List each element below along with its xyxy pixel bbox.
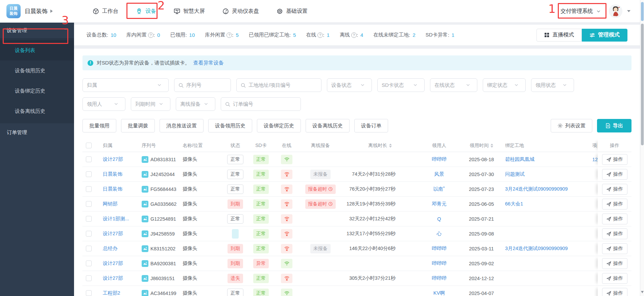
sidebar-item-2[interactable]: 设备领用历史	[0, 60, 74, 81]
filter-select-绑定状态[interactable]: 绑定状态	[483, 78, 526, 92]
search-input-订单编号[interactable]: 订单编号	[221, 97, 301, 111]
owner-link[interactable]: 日晨装饰	[103, 171, 122, 177]
owner-link[interactable]: 设计27部	[103, 230, 123, 237]
action-button-设备领用历史[interactable]: 设备领用历史	[208, 119, 252, 132]
device-photo-icon[interactable]	[142, 230, 148, 237]
row-checkbox[interactable]	[86, 171, 92, 177]
row-checkbox[interactable]	[86, 231, 92, 237]
search-input-工地地址/项目编号[interactable]: 工地地址/项目编号	[236, 78, 321, 92]
sidebar-item-4[interactable]: 设备离线历史	[0, 101, 74, 121]
user-link[interactable]: 哔哔哔	[432, 156, 447, 163]
row-checkbox[interactable]	[86, 275, 92, 281]
owner-link[interactable]: 网销部	[103, 201, 118, 207]
owner-link[interactable]: 设计27部	[103, 275, 123, 281]
device-photo-icon[interactable]	[142, 290, 148, 296]
user-link[interactable]: Q	[437, 216, 441, 222]
row-checkbox[interactable]	[86, 186, 92, 192]
action-button-批量调拨[interactable]: 批量调拨	[121, 119, 155, 132]
row-action-button[interactable]: 操作	[602, 184, 627, 195]
user-link[interactable]: 哔哔哔	[432, 245, 447, 252]
row-action-button[interactable]: 操作	[602, 199, 627, 209]
row-action-button[interactable]: 操作	[602, 288, 627, 296]
row-action-button[interactable]: 操作	[602, 228, 627, 239]
action-button-设备订单[interactable]: 设备订单	[354, 119, 388, 132]
action-button-消息推送设置[interactable]: 消息推送设置	[160, 119, 204, 132]
search-input-序列号[interactable]: 序列号	[174, 78, 231, 92]
select-all-checkbox[interactable]	[86, 143, 92, 148]
device-photo-icon[interactable]	[142, 186, 148, 193]
owner-link[interactable]: 日晨装饰	[103, 186, 122, 192]
owner-link[interactable]: 设计27部	[103, 156, 123, 163]
owner-link[interactable]: 工程部2	[103, 290, 120, 296]
help-icon[interactable]: ?	[148, 32, 153, 38]
device-photo-icon[interactable]	[142, 201, 148, 207]
site-link[interactable]: 3月24迭代测试09090990909	[505, 186, 568, 192]
view-abnormal-devices-link[interactable]: 查看异常设备	[193, 60, 224, 66]
filter-select-领用人[interactable]: 领用人	[82, 97, 125, 111]
row-checkbox[interactable]	[86, 246, 92, 251]
row-action-button[interactable]: 操作	[602, 258, 627, 269]
action-button-设备绑定历史[interactable]: 设备绑定历史	[257, 119, 301, 132]
nav-item-3[interactable]: 智慧大屏	[165, 0, 214, 23]
user-link[interactable]: 以南˚	[433, 186, 445, 192]
device-photo-icon[interactable]	[142, 245, 148, 252]
site-link[interactable]: 碧桂园凤凰城	[505, 156, 534, 163]
owner-link[interactable]: 设计27部	[103, 260, 123, 267]
nav-item-2[interactable]: 设备	[127, 0, 165, 23]
filter-select-在线状态[interactable]: 在线状态	[430, 78, 477, 92]
row-action-button[interactable]: 操作	[602, 214, 627, 224]
sidebar-group-device-management[interactable]: 设备管理 ⌃	[0, 23, 74, 38]
site-link[interactable]: 3月24迭代测试09090990909	[505, 245, 568, 252]
sidebar-item-1[interactable]: 设备列表	[0, 40, 74, 60]
site-link[interactable]: 66大会1	[505, 201, 523, 207]
help-icon[interactable]: ?	[226, 32, 232, 38]
filter-select-到期时间[interactable]: 到期时间	[131, 97, 170, 111]
action-button-批量领用[interactable]: 批量领用	[82, 119, 116, 132]
user-link[interactable]: KV啊	[433, 290, 445, 296]
action-button-设备离线历史[interactable]: 设备离线历史	[306, 119, 350, 132]
filter-select-设备状态[interactable]: 设备状态	[327, 78, 372, 92]
sort-icon[interactable]	[389, 144, 392, 148]
nav-item-5[interactable]: 基础设置	[268, 0, 316, 23]
proj-link[interactable]: 12	[592, 157, 598, 162]
sort-icon[interactable]	[491, 144, 493, 148]
filter-select-归属[interactable]: 归属	[82, 78, 169, 92]
row-action-button[interactable]: 操作	[602, 243, 627, 254]
site-link[interactable]: 问题测试	[505, 171, 525, 177]
row-checkbox[interactable]	[86, 201, 92, 207]
row-action-button[interactable]: 操作	[602, 169, 627, 180]
help-icon[interactable]: ?	[317, 32, 323, 38]
sidebar-group-order-management[interactable]: 订单管理	[0, 125, 74, 140]
owner-link[interactable]: 设计1部测...	[103, 216, 129, 222]
user-link[interactable]: 哔哔哔	[432, 260, 447, 267]
company-switcher[interactable]: 日晨装饰	[25, 7, 53, 15]
row-checkbox[interactable]	[86, 216, 92, 222]
row-checkbox[interactable]	[86, 290, 92, 296]
filter-select-领用状态[interactable]: 领用状态	[531, 78, 574, 92]
device-photo-icon[interactable]	[142, 216, 148, 222]
export-button[interactable]: 导出	[597, 119, 631, 132]
scrollbar-thumb[interactable]	[641, 24, 644, 145]
user-link[interactable]: 哔哔哔	[432, 275, 447, 281]
sidebar-item-3[interactable]: 设备绑定历史	[0, 81, 74, 101]
scrollbar-down-arrow[interactable]	[641, 291, 644, 293]
device-photo-icon[interactable]	[142, 260, 148, 267]
device-photo-icon[interactable]	[142, 156, 148, 163]
row-checkbox[interactable]	[86, 156, 92, 162]
user-link[interactable]: 心	[437, 230, 442, 237]
user-menu-caret-icon[interactable]	[627, 10, 630, 12]
owner-link[interactable]: 总经办	[103, 245, 118, 252]
system-select[interactable]: 交付管理系统	[557, 5, 604, 18]
device-photo-icon[interactable]	[142, 275, 148, 282]
filter-select-离线报备[interactable]: 离线报备	[176, 97, 215, 111]
filter-select-SD卡状态[interactable]: SD卡状态	[377, 78, 425, 92]
user-link[interactable]: 邓青元	[432, 201, 447, 207]
company-logo[interactable]: 日晨 装饰	[6, 4, 21, 18]
row-checkbox[interactable]	[86, 261, 92, 266]
manage-mode-button[interactable]: 管理模式	[582, 29, 627, 42]
help-icon[interactable]: ?	[351, 32, 357, 38]
list-settings-button[interactable]: 列表设置	[551, 119, 592, 132]
row-action-button[interactable]: 操作	[602, 154, 627, 165]
row-action-button[interactable]: 操作	[602, 273, 627, 284]
nav-item-4[interactable]: 灵动仪表盘	[214, 0, 268, 23]
